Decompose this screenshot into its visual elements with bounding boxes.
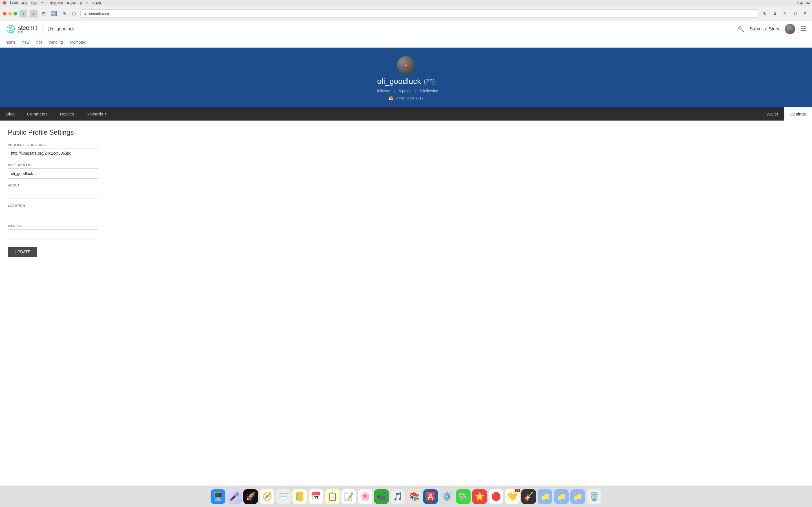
traffic-lights [3, 12, 17, 15]
calendar-icon: 📅 [389, 96, 393, 100]
header-username: @oligoodluck [47, 26, 74, 32]
settings-content: Public Profile Settings PROFILE PICTURE … [0, 121, 169, 265]
profile-picture-url-input[interactable] [8, 148, 98, 158]
profile-joined: 📅 Joined June 2017 [6, 96, 806, 100]
apple-menu[interactable]: 🍎 [2, 1, 6, 5]
close-button[interactable] [3, 12, 6, 15]
steemit-logo-icon [6, 24, 16, 34]
nav-new[interactable]: new [22, 40, 30, 45]
location-group: LOCATION [8, 204, 161, 219]
profile-picture-url-group: PROFILE PICTURE URL [8, 143, 161, 158]
menu-edit[interactable]: 편집 [31, 1, 37, 5]
profile-reputation: (28) [424, 78, 435, 85]
nav-hot[interactable]: hot [36, 40, 42, 45]
translation-icon[interactable]: 🔤 [50, 10, 58, 17]
profile-tab-bar: Blog Comments Replies Rewards ▼ Wallet S… [0, 107, 812, 121]
reload-button[interactable]: ↻ [761, 10, 769, 17]
about-label: ABOUT [8, 184, 161, 187]
browser-chrome: ‹ › ⊟ 🔤 ⊕ ⬡ 🔒 steemit.com ↻ ⬇ ⎋ ⧉ ≡ [0, 6, 812, 21]
menu-history[interactable]: 방문 기록 [50, 1, 63, 5]
maximize-button[interactable] [13, 12, 17, 15]
menubar-time: 오후 9:33 [797, 1, 810, 5]
about-input[interactable] [8, 189, 98, 199]
header-divider: | [42, 26, 43, 32]
logo-area: steemit beta [6, 24, 37, 34]
sidebar-toggle-button[interactable]: ⊟ [40, 10, 48, 17]
macos-menubar: 🍎 Safari 파일 편집 보기 방문 기록 책갈피 윈도우 도움말 오후 9… [0, 0, 812, 6]
lock-icon: 🔒 [84, 12, 87, 15]
github-icon[interactable]: ⊕ [60, 10, 68, 17]
profile-avatar-image: 🗼 [397, 56, 415, 74]
search-button[interactable]: 🔍 [738, 26, 744, 32]
page-title: Public Profile Settings [8, 128, 161, 136]
nav-promoted[interactable]: promoted [70, 40, 86, 45]
display-name-input[interactable] [8, 168, 98, 179]
nav-trending[interactable]: trending [49, 40, 63, 45]
website-label: WEBSITE [8, 224, 161, 228]
display-name-group: DISPLAY NAME [8, 163, 161, 179]
tab-blog[interactable]: Blog [0, 107, 21, 121]
location-input[interactable] [8, 209, 98, 219]
profile-followers[interactable]: 1 follower [370, 89, 395, 93]
url-text: steemit.com [89, 11, 109, 16]
profile-posts[interactable]: 5 posts [395, 89, 415, 93]
about-group: ABOUT [8, 184, 161, 199]
url-bar[interactable]: 🔒 steemit.com [80, 9, 758, 18]
profile-stats: 1 follower 5 posts 5 following [6, 89, 806, 93]
tab-wallet[interactable]: Wallet [760, 107, 784, 121]
minimize-button[interactable] [8, 12, 12, 15]
menu-safari[interactable]: Safari [10, 1, 18, 5]
profile-following[interactable]: 5 following [415, 89, 442, 93]
tab-settings[interactable]: Settings [784, 107, 812, 121]
website-group: WEBSITE [8, 224, 161, 239]
tab-rewards[interactable]: Rewards ▼ [80, 107, 113, 121]
profile-name-row: oli_goodluck (28) [6, 77, 806, 86]
share-button[interactable]: ⎋ [781, 10, 789, 17]
profile-avatar: 🗼 [397, 56, 415, 74]
menu-icon[interactable]: ≡ [801, 10, 809, 17]
pocket-icon[interactable]: ⬡ [70, 10, 78, 17]
menu-help[interactable]: 도움말 [92, 1, 101, 5]
rewards-dropdown-icon: ▼ [104, 112, 107, 115]
menu-bookmarks[interactable]: 책갈피 [66, 1, 76, 5]
forward-button[interactable]: › [30, 10, 38, 17]
display-name-label: DISPLAY NAME [8, 163, 161, 167]
update-button[interactable]: UPDATE [8, 247, 37, 257]
nav-home[interactable]: home [6, 40, 15, 45]
submit-story-button[interactable]: Submit a Story [750, 26, 779, 32]
menu-file[interactable]: 파일 [21, 1, 28, 5]
website-input[interactable] [8, 229, 98, 239]
header-right: 🔍 Submit a Story 🗼 ☰ [738, 24, 806, 34]
app-header: steemit beta | @oligoodluck 🔍 Submit a S… [0, 21, 812, 37]
tab-comments[interactable]: Comments [21, 107, 54, 121]
profile-username: oli_goodluck [377, 77, 421, 86]
tab-replies[interactable]: Replies [54, 107, 80, 121]
user-avatar-button[interactable]: 🗼 [785, 24, 795, 34]
hamburger-menu-button[interactable]: ☰ [801, 25, 806, 33]
location-label: LOCATION [8, 204, 161, 207]
profile-banner: 🗼 oli_goodluck (28) 1 follower 5 posts 5… [0, 48, 812, 107]
profile-picture-url-label: PROFILE PICTURE URL [8, 143, 161, 147]
menubar-left: 🍎 Safari 파일 편집 보기 방문 기록 책갈피 윈도우 도움말 [2, 1, 101, 5]
browser-toolbar: ‹ › ⊟ 🔤 ⊕ ⬡ 🔒 steemit.com ↻ ⬇ ⎋ ⧉ ≡ [0, 6, 812, 21]
menubar-right: 오후 9:33 [797, 1, 810, 5]
new-tab-button[interactable]: ⧉ [791, 10, 799, 17]
menu-view[interactable]: 보기 [40, 1, 47, 5]
joined-date: Joined June 2017 [395, 96, 424, 100]
back-button[interactable]: ‹ [19, 10, 28, 17]
download-icon[interactable]: ⬇ [771, 10, 779, 17]
navigation-bar: home new hot trending promoted [0, 37, 812, 48]
menu-window[interactable]: 윈도우 [79, 1, 89, 5]
